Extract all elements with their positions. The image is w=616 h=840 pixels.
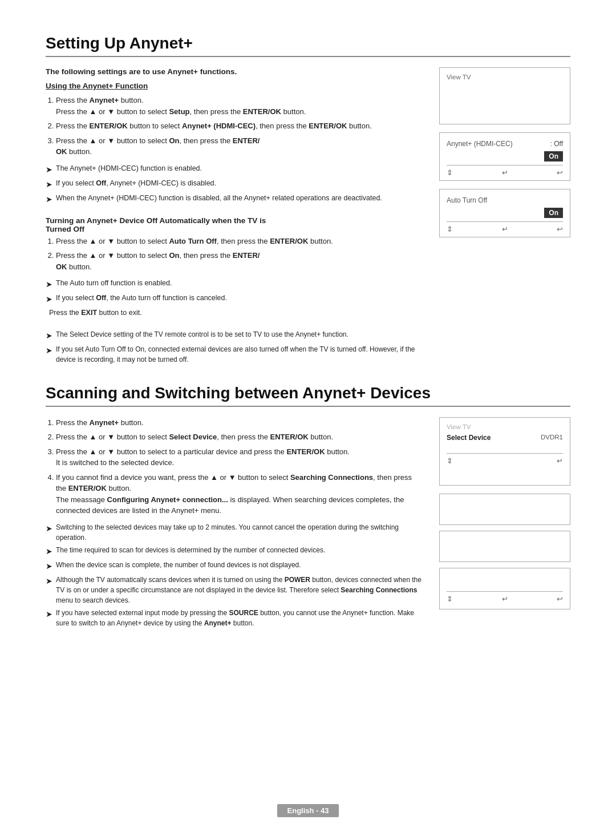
footer: English - 43 — [0, 804, 616, 817]
subsection2-title: Turning an Anynet+ Device Off Automatica… — [46, 216, 422, 233]
diagram2-label: Anynet+ (HDMI-CEC) — [447, 140, 513, 148]
step3-4: If you cannot find a device you want, pr… — [56, 472, 422, 516]
diagram4-view-tv: View TV — [447, 423, 563, 430]
section1-content: The following settings are to use Anynet… — [46, 67, 439, 367]
nav2-return-icon: ↩ — [557, 225, 563, 233]
nav4-updown-icon: ⇕ — [447, 595, 453, 603]
diagram2-value-off: : Off — [550, 140, 563, 148]
nav2-enter-icon: ↵ — [502, 225, 508, 233]
nav-return-icon: ↩ — [557, 168, 563, 177]
diagram3-label: Auto Turn Off — [447, 196, 487, 204]
nav2-updown-icon: ⇕ — [447, 225, 453, 233]
section2-content: Press the Anynet+ button. Press the ▲ or… — [46, 417, 439, 631]
diagram7-nav: ⇕ ↵ ↩ — [447, 591, 563, 603]
note3-2: ➤ If you set Auto Turn Off to On, connec… — [46, 344, 422, 365]
steps3-list: Press the Anynet+ button. Press the ▲ or… — [56, 417, 422, 516]
section2-title: Scanning and Switching between Anynet+ D… — [46, 384, 570, 402]
note4-2: ➤ The time required to scan for devices … — [46, 545, 422, 558]
diagram7-screen: ⇕ ↵ ↩ — [439, 568, 570, 609]
diagram2-nav: ⇕ ↵ ↩ — [447, 165, 563, 177]
diagram2-row: Anynet+ (HDMI-CEC) : Off — [447, 139, 563, 149]
arrow-icon-9: ➤ — [46, 523, 52, 535]
diagram3-nav: ⇕ ↵ ↩ — [447, 221, 563, 233]
step2-1: Press the ▲ or ▼ button to select Auto T… — [56, 236, 422, 247]
arrow-icon-2: ➤ — [46, 179, 52, 191]
diagram2-screen: Anynet+ (HDMI-CEC) : Off On ⇕ ↵ ↩ — [439, 132, 570, 181]
section2-divider — [46, 406, 570, 407]
note3-1: ➤ The Select Device setting of the TV re… — [46, 329, 422, 342]
section1-block: The following settings are to use Anynet… — [46, 67, 570, 367]
arrow-icon-8: ➤ — [46, 345, 52, 357]
steps2-list: Press the ▲ or ▼ button to select Auto T… — [56, 236, 422, 273]
arrow-icon-11: ➤ — [46, 560, 52, 572]
diagram1-screen: View TV — [439, 67, 570, 124]
arrow-icon-5: ➤ — [46, 293, 52, 305]
diagram4-nav: ⇕ ↵ — [447, 453, 563, 465]
note2-1: ➤ The Auto turn off function is enabled. — [46, 278, 422, 290]
footer-badge: English - 43 — [277, 804, 339, 817]
section2-block: Press the Anynet+ button. Press the ▲ or… — [46, 417, 570, 631]
diagram1-view-tv: View TV — [447, 74, 563, 80]
diagram4-select-device: Select Device — [447, 434, 491, 442]
section2-diagrams: View TV Select Device DVDR1 ⇕ ↵ ⇕ — [439, 417, 570, 612]
arrow-icon-3: ➤ — [46, 193, 52, 205]
diagram2-value-on: On — [544, 151, 563, 161]
section1-divider — [46, 56, 570, 57]
section2: Scanning and Switching between Anynet+ D… — [46, 384, 570, 631]
step1-3: Press the ▲ or ▼ button to select On, th… — [56, 135, 422, 158]
note1-3: ➤ When the Anynet+ (HDMI-CEC) function i… — [46, 193, 422, 205]
step1-2: Press the ENTER/OK button to select Anyn… — [56, 120, 422, 132]
note4-3: ➤ When the device scan is complete, the … — [46, 560, 422, 572]
diagram4-screen: View TV Select Device DVDR1 ⇕ ↵ — [439, 417, 570, 486]
diagram3-value-on: On — [544, 208, 563, 218]
nav3-updown-icon: ⇕ — [447, 457, 453, 465]
nav-updown-icon: ⇕ — [447, 168, 453, 177]
nav3-enter-icon: ↵ — [557, 457, 563, 465]
arrow-icon-13: ➤ — [46, 608, 52, 620]
nav-enter-icon: ↵ — [502, 168, 508, 177]
section1-title: Setting Up Anynet+ — [46, 34, 570, 52]
note4-1: ➤ Switching to the selected devices may … — [46, 522, 422, 543]
diagram3-row: Auto Turn Off — [447, 195, 563, 205]
section1-diagrams: View TV Anynet+ (HDMI-CEC) : Off On ⇕ ↵ … — [439, 67, 570, 240]
diagram5-blank — [439, 494, 570, 525]
diagram4-dvdr: DVDR1 — [541, 434, 563, 442]
arrow-icon-1: ➤ — [46, 164, 52, 176]
nav4-enter-icon: ↵ — [502, 595, 508, 603]
note1-1: ➤ The Anynet+ (HDMI-CEC) function is ena… — [46, 163, 422, 176]
arrow-icon-12: ➤ — [46, 575, 52, 587]
step3-2: Press the ▲ or ▼ button to select Select… — [56, 431, 422, 443]
arrow-icon-10: ➤ — [46, 546, 52, 558]
note2-2: ➤ If you select Off, the Auto turn off f… — [46, 293, 422, 305]
nav4-return-icon: ↩ — [557, 595, 563, 603]
step3-1: Press the Anynet+ button. — [56, 417, 422, 429]
section1: Setting Up Anynet+ The following setting… — [46, 34, 570, 367]
arrow-icon-7: ➤ — [46, 330, 52, 342]
note1-2: ➤ If you select Off, Anynet+ (HDMI-CEC) … — [46, 178, 422, 191]
subsection1-title: Using the Anynet+ Function — [46, 82, 422, 90]
step2-2: Press the ▲ or ▼ button to select On, th… — [56, 250, 422, 272]
arrow-icon-4: ➤ — [46, 278, 52, 290]
step3-3: Press the ▲ or ▼ button to select to a p… — [56, 446, 422, 469]
diagram3-screen: Auto Turn Off On ⇕ ↵ ↩ — [439, 189, 570, 237]
note4-5: ➤ If you have selected external input mo… — [46, 608, 422, 628]
note2-3: Press the EXIT button to exit. — [46, 308, 422, 318]
step1-1: Press the Anynet+ button. Press the ▲ or… — [56, 95, 422, 117]
section1-intro: The following settings are to use Anynet… — [46, 67, 422, 76]
steps1-list: Press the Anynet+ button. Press the ▲ or… — [56, 95, 422, 158]
page: Setting Up Anynet+ The following setting… — [0, 0, 616, 840]
diagram6-blank — [439, 531, 570, 562]
note4-4: ➤ Although the TV automatically scans de… — [46, 575, 422, 605]
